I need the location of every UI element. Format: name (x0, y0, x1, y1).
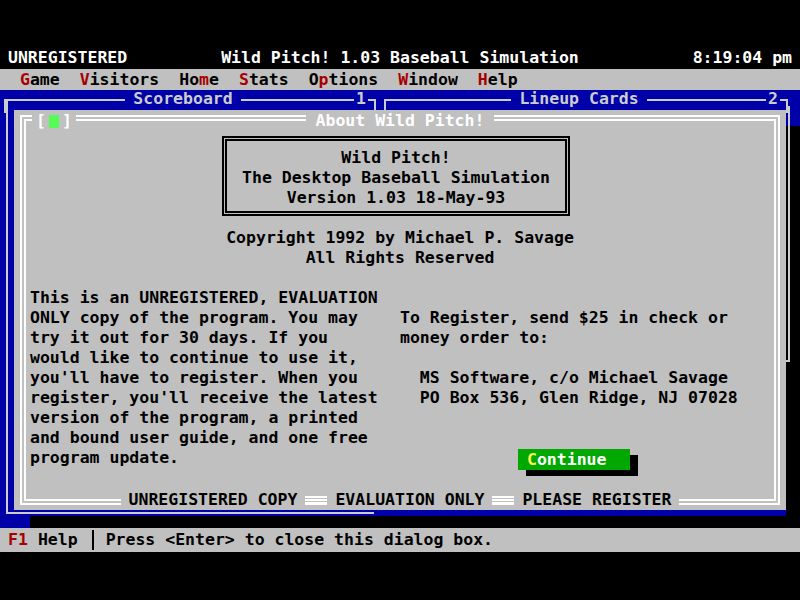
app-title: Wild Pitch! 1.03 Baseball Simulation (0, 47, 800, 69)
menu-item-home[interactable]: Home (169, 69, 229, 90)
menu-item-stats[interactable]: Stats (229, 69, 299, 90)
scoreboard-window-border (6, 512, 374, 514)
desktop: Scoreboard 1 Lineup Cards 2 [ ] (0, 90, 800, 528)
text-line: program update. (30, 448, 398, 468)
clock: 8:19:04 pm (693, 47, 792, 69)
dialog-shadow (30, 516, 800, 528)
text-line: and bound user guide, and one free (30, 428, 398, 448)
footer-segment: EVALUATION ONLY (327, 490, 492, 510)
f1-help-key[interactable]: F1 (8, 528, 28, 552)
text-line: All Rights Reserved (14, 248, 786, 268)
menu-item-window[interactable]: Window (388, 69, 468, 90)
text-line: To Register, send $25 in check or (400, 308, 760, 328)
app-titlebar: UNREGISTERED Wild Pitch! 1.03 Baseball S… (0, 47, 800, 69)
text-line: PO Box 536, Glen Ridge, NJ 07028 (400, 388, 760, 408)
menu-item-game[interactable]: Game (10, 69, 70, 90)
menu-item-visitors[interactable]: Visitors (70, 69, 169, 90)
text-line: version of the program, a printed (30, 408, 398, 428)
lineup-window-border (788, 106, 790, 362)
text-line: ONLY copy of the program. You may (30, 308, 398, 328)
menu-bar: GameVisitorsHomeStatsOptionsWindowHelp (0, 69, 800, 90)
text-line: Wild Pitch! (227, 148, 565, 168)
version-box: Wild Pitch!The Desktop Baseball Simulati… (222, 136, 570, 216)
evaluation-text: This is an UNREGISTERED, EVALUATIONONLY … (30, 288, 398, 468)
menu-item-options[interactable]: Options (299, 69, 389, 90)
text-line: Version 1.03 18-May-93 (227, 188, 565, 208)
window-title: Scoreboard (125, 92, 240, 106)
window-number: 1 (354, 92, 368, 106)
menu-item-help[interactable]: Help (468, 69, 528, 90)
dialog-title: About Wild Pitch! (14, 111, 786, 131)
copyright-text: Copyright 1992 by Michael P. SavageAll R… (14, 228, 786, 268)
footer-segment: UNREGISTERED COPY (121, 490, 306, 510)
window-lineup-cards-titlebar[interactable]: Lineup Cards 2 (384, 92, 788, 108)
dos-screen: UNREGISTERED Wild Pitch! 1.03 Baseball S… (0, 0, 800, 600)
text-line: you'll have to register. When you (30, 368, 398, 388)
scoreboard-window-border (6, 100, 8, 512)
status-message: Press <Enter> to close this dialog box. (106, 528, 493, 552)
text-line: would like to continue to use it, (30, 348, 398, 368)
text-line: money order to: (400, 328, 760, 348)
window-scoreboard-titlebar[interactable]: Scoreboard 1 (4, 92, 376, 108)
footer-segment: PLEASE REGISTER (514, 490, 679, 510)
text-line: MS Software, c/o Michael Savage (400, 368, 760, 388)
f1-help-label[interactable]: Help (38, 528, 78, 552)
continue-button[interactable]: Continue (518, 449, 630, 470)
text-line: try it out for 30 days. If you (30, 328, 398, 348)
window-number: 2 (766, 92, 780, 106)
double-line-icon (492, 496, 514, 504)
status-bar: F1 Help Press <Enter> to close this dial… (0, 528, 800, 552)
text-line (400, 348, 760, 368)
text-line: This is an UNREGISTERED, EVALUATION (30, 288, 398, 308)
window-title: Lineup Cards (511, 92, 646, 106)
dialog-footer: UNREGISTERED COPY EVALUATION ONLY PLEASE… (14, 490, 786, 510)
text-line: The Desktop Baseball Simulation (227, 168, 565, 188)
double-line-icon (305, 496, 327, 504)
registration-text: To Register, send $25 in check ormoney o… (400, 308, 760, 408)
text-line: register, you'll receive the latest (30, 388, 398, 408)
text-line: Copyright 1992 by Michael P. Savage (14, 228, 786, 248)
about-dialog: [ ] About Wild Pitch! Wild Pitch!The Des… (14, 110, 786, 510)
separator (92, 530, 94, 550)
